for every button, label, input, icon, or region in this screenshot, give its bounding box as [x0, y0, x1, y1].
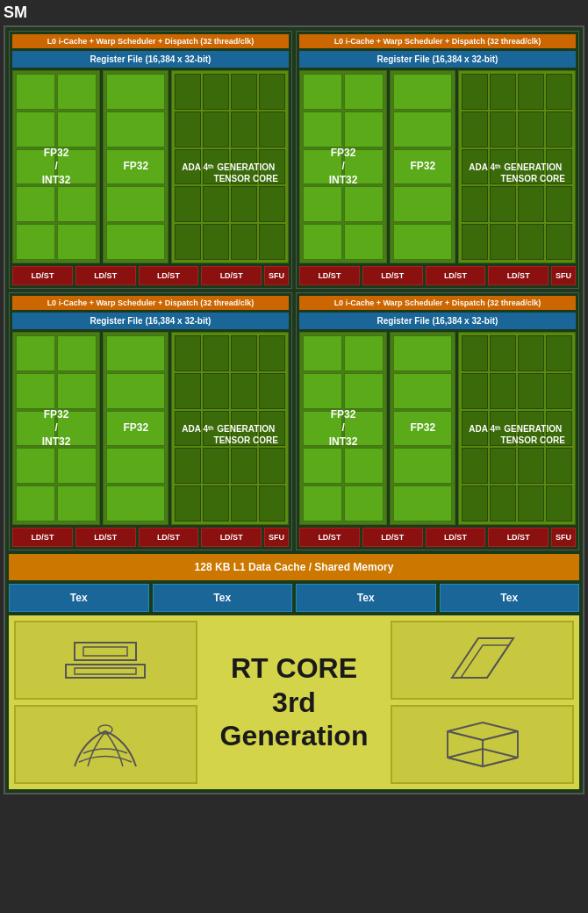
- warp-scheduler-bar-1: L0 i-Cache + Warp Scheduler + Dispatch (…: [12, 34, 289, 48]
- ldst-4-3: LD/ST: [426, 528, 486, 547]
- ldst-3-3: LD/ST: [139, 528, 199, 547]
- svg-marker-5: [461, 645, 509, 678]
- ldst-row-1: LD/ST LD/ST LD/ST LD/ST SFU: [12, 266, 289, 285]
- compute-block-4: FP32/INT32 FP32 ADA 4thGENERATIONT: [299, 332, 576, 525]
- ldst-2-4: LD/ST: [488, 266, 549, 285]
- tex-4: Tex: [440, 584, 580, 612]
- fp32-int32-col-1: FP32/INT32: [12, 70, 100, 263]
- tex-1: Tex: [9, 584, 149, 612]
- compute-block-2: FP32/INT32 FP32 ADA 4thGENERATIONT: [299, 70, 576, 263]
- l1-cache-bar: 128 KB L1 Data Cache / Shared Memory: [9, 554, 579, 580]
- rt-core-line1: RT CORE: [231, 652, 357, 684]
- rt-icon-topleft-svg: [57, 629, 154, 691]
- rt-core-section: RT CORE 3rd Generation: [9, 615, 579, 789]
- sfu-2: SFU: [551, 266, 576, 285]
- warp-scheduler-bar-3: L0 i-Cache + Warp Scheduler + Dispatch (…: [12, 296, 289, 310]
- rt-icon-top-right: [391, 621, 574, 700]
- rt-core-line2: 3rd Generation: [220, 687, 369, 751]
- ldst-3-1: LD/ST: [12, 528, 73, 547]
- fp32-int32-col-2: FP32/INT32: [299, 70, 387, 263]
- rt-icon-bottom-right: [391, 705, 574, 784]
- svg-rect-3: [75, 668, 136, 674]
- sfu-1: SFU: [264, 266, 289, 285]
- register-file-bar-3: Register File (16,384 x 32-bit): [12, 313, 289, 329]
- quadrant-2: L0 i-Cache + Warp Scheduler + Dispatch (…: [296, 31, 579, 289]
- fp32-col-2: FP32: [390, 70, 455, 263]
- rt-icon-bottomleft-svg: [57, 714, 154, 775]
- fp32-col-1: FP32: [103, 70, 169, 263]
- fp32-col-4: FP32: [390, 332, 455, 525]
- outer-container: L0 i-Cache + Warp Scheduler + Dispatch (…: [4, 25, 584, 794]
- fp32-col-3: FP32: [103, 332, 169, 525]
- tex-3: Tex: [296, 584, 436, 612]
- register-file-bar-4: Register File (16,384 x 32-bit): [299, 313, 576, 329]
- ldst-row-2: LD/ST LD/ST LD/ST LD/ST SFU: [299, 266, 576, 285]
- tensor-col-3: ADA 4thGENERATIONTENSOR CORE: [171, 332, 289, 525]
- ldst-3-4: LD/ST: [201, 528, 262, 547]
- ldst-3-2: LD/ST: [75, 528, 136, 547]
- rt-icon-topright-svg: [434, 629, 531, 691]
- fp32-int32-col-3: FP32/INT32: [12, 332, 100, 525]
- register-file-bar-1: Register File (16,384 x 32-bit): [12, 51, 289, 68]
- ldst-1-2: LD/ST: [75, 266, 136, 285]
- rt-core-text: RT CORE 3rd Generation: [203, 651, 386, 752]
- ldst-4-4: LD/ST: [488, 528, 549, 547]
- quadrant-4: L0 i-Cache + Warp Scheduler + Dispatch (…: [296, 292, 579, 550]
- quadrant-1: L0 i-Cache + Warp Scheduler + Dispatch (…: [9, 31, 292, 289]
- sfu-4: SFU: [551, 528, 576, 547]
- ldst-2-1: LD/ST: [299, 266, 360, 285]
- sm-label: SM: [4, 4, 584, 22]
- svg-marker-4: [452, 638, 513, 678]
- quadrants-grid: L0 i-Cache + Warp Scheduler + Dispatch (…: [9, 31, 579, 550]
- warp-scheduler-bar-4: L0 i-Cache + Warp Scheduler + Dispatch (…: [299, 296, 576, 310]
- ldst-1-4: LD/ST: [201, 266, 262, 285]
- tex-row: Tex Tex Tex Tex: [9, 584, 579, 612]
- svg-rect-1: [83, 647, 127, 656]
- ldst-4-1: LD/ST: [299, 528, 360, 547]
- ldst-2-2: LD/ST: [362, 266, 423, 285]
- svg-rect-2: [66, 665, 145, 678]
- compute-block-3: FP32/INT32 FP32 ADA 4thGENERATIONT: [12, 332, 289, 525]
- rt-icon-bottom-left: [14, 705, 197, 784]
- ldst-1-3: LD/ST: [139, 266, 199, 285]
- svg-point-8: [98, 725, 112, 734]
- rt-core-label: RT CORE 3rd Generation: [203, 621, 386, 784]
- svg-marker-12: [448, 722, 518, 740]
- rt-icon-bottomright-svg: [434, 714, 531, 775]
- tensor-col-2: ADA 4thGENERATIONTENSOR CORE: [458, 70, 576, 263]
- quadrant-3: L0 i-Cache + Warp Scheduler + Dispatch (…: [9, 292, 292, 550]
- tensor-col-4: ADA 4thGENERATIONTENSOR CORE: [458, 332, 576, 525]
- tensor-col-1: ADA 4thGENERATIONTENSOR CORE: [171, 70, 289, 263]
- ldst-row-3: LD/ST LD/ST LD/ST LD/ST SFU: [12, 528, 289, 547]
- register-file-bar-2: Register File (16,384 x 32-bit): [299, 51, 576, 68]
- ldst-1-1: LD/ST: [12, 266, 73, 285]
- compute-block-1: FP32/INT32 FP32 ADA 4thGENERATIONT: [12, 70, 289, 263]
- warp-scheduler-bar-2: L0 i-Cache + Warp Scheduler + Dispatch (…: [299, 34, 576, 48]
- sfu-3: SFU: [264, 528, 289, 547]
- ldst-4-2: LD/ST: [362, 528, 423, 547]
- rt-icon-top-left: [14, 621, 197, 700]
- ldst-2-3: LD/ST: [426, 266, 486, 285]
- fp32-int32-col-4: FP32/INT32: [299, 332, 387, 525]
- ldst-row-4: LD/ST LD/ST LD/ST LD/ST SFU: [299, 528, 576, 547]
- tex-2: Tex: [153, 584, 293, 612]
